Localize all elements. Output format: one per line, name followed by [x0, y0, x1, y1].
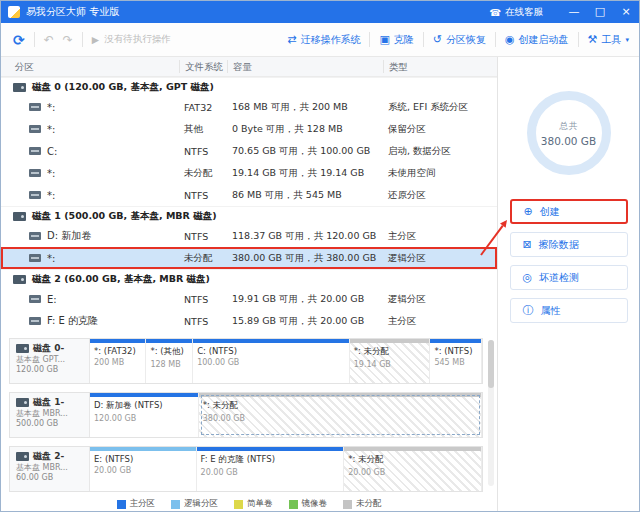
partition-block-label: *: 未分配: [344, 451, 481, 466]
disk-size: 500.00 GB: [16, 419, 86, 429]
create-button-label: 创建: [540, 205, 560, 219]
disk-name: 磁盘 2-: [33, 451, 64, 463]
partition-name: *:: [47, 168, 55, 179]
partition-block-size: 19.14 GB: [350, 358, 430, 369]
boot-disk-icon: ◉: [505, 33, 515, 46]
scrollbar[interactable]: [488, 340, 494, 486]
partition-icon: [29, 295, 41, 303]
partition-block[interactable]: *: 未分配380.00 GB: [199, 393, 482, 437]
partition-name: C:: [47, 146, 57, 157]
partition-block-label: *: (NTFS): [430, 343, 481, 356]
disk-group-header[interactable]: 磁盘 2 (60.00 GB, 基本盘, MBR 磁盘): [1, 269, 497, 288]
partition-type: 还原分区: [383, 189, 497, 202]
partition-row[interactable]: C:NTFS70.65 GB 可用，共 100.00 GB启动, 数据分区: [1, 140, 497, 162]
partition-cell: *:: [1, 168, 179, 179]
partition-block[interactable]: *: 未分配19.14 GB: [350, 339, 431, 383]
partition-row[interactable]: *:FAT32168 MB 可用，共 200 MB系统, EFI 系统分区: [1, 96, 497, 118]
play-icon: ▶: [92, 34, 99, 45]
partition-block-size: 200 MB: [90, 356, 145, 367]
undo-button[interactable]: ↶: [44, 33, 54, 47]
legend-label: 逻辑分区: [184, 498, 218, 510]
partition-block-label: F: E 的克隆 (NTFS): [197, 451, 344, 466]
partition-block-label: *: (FAT32): [90, 343, 145, 356]
partition-row[interactable]: *:未分配19.14 GB 可用，共 19.14 GB未使用空间: [1, 162, 497, 184]
disk-name: 磁盘 1-: [33, 397, 64, 409]
legend-label: 未分配: [356, 498, 382, 510]
disk-panel-label[interactable]: 磁盘 1-基本盘 MBR...500.00 GB: [10, 393, 90, 437]
partition-block[interactable]: *: 未分配20.00 GB: [344, 447, 482, 491]
toolbar-divider: [34, 32, 35, 47]
migrate-os-button[interactable]: ⇄ 迁移操作系统: [287, 33, 360, 47]
partition-icon: [29, 232, 41, 240]
toolbar-divider: [578, 32, 579, 47]
partition-icon: [29, 147, 41, 155]
legend-swatch: [117, 500, 126, 509]
partition-block[interactable]: F: E 的克隆 (NTFS)20.00 GB: [197, 447, 345, 491]
window-controls: — □ ×: [561, 1, 639, 23]
partition-block-label: *: 未分配: [350, 343, 430, 358]
pending-operations-button[interactable]: ▶ 没有待执行操作: [92, 33, 171, 46]
bad-sector-check-button[interactable]: ◎坏道检测: [510, 265, 628, 290]
erase-data-icon: ⊠: [523, 238, 532, 251]
partition-filesystem: 未分配: [179, 252, 227, 265]
partition-block-size: 20.00 GB: [197, 466, 344, 477]
column-header-partition: 分区: [1, 60, 179, 73]
headset-icon: ☎: [489, 7, 501, 18]
disk-panel-name: 磁盘 0-: [16, 343, 86, 355]
scrollbar-thumb[interactable]: [488, 340, 494, 388]
partition-row[interactable]: *:其他0 Byte 可用，共 128 MB保留分区: [1, 118, 497, 140]
partition-name: E:: [47, 294, 57, 305]
partition-capacity: 70.65 GB 可用，共 100.00 GB: [227, 145, 383, 158]
partition-block[interactable]: *: (NTFS)545 MB: [430, 339, 482, 383]
partition-capacity: 19.91 GB 可用，共 20.00 GB: [227, 293, 383, 306]
partition-block[interactable]: C: (NTFS)100.00 GB: [193, 339, 350, 383]
partition-row[interactable]: D: 新加卷NTFS118.37 GB 可用，共 120.00 GB主分区: [1, 225, 497, 247]
create-button[interactable]: ⊕创建: [510, 199, 628, 224]
total-label: 总共: [560, 120, 578, 133]
properties-button[interactable]: ⓘ属性: [510, 298, 628, 323]
partition-block-label: D: 新加卷 (NTFS): [90, 397, 198, 412]
partition-table: 磁盘 0 (120.00 GB, 基本盘, GPT 磁盘)*:FAT32168 …: [1, 77, 497, 332]
minimize-button[interactable]: —: [561, 1, 587, 23]
partition-capacity: 380.00 GB 可用，共 380.00 GB: [227, 252, 383, 265]
disk-panel-name: 磁盘 2-: [16, 451, 86, 463]
toolbar-divider: [423, 32, 424, 47]
maximize-button[interactable]: □: [587, 1, 613, 23]
erase-data-button[interactable]: ⊠擦除数据: [510, 232, 628, 257]
properties-button-label: 属性: [541, 304, 561, 318]
partition-block[interactable]: E: (NTFS)20.00 GB: [90, 447, 197, 491]
disk-panel-label[interactable]: 磁盘 0-基本盘 GPT...120.00 GB: [10, 339, 90, 383]
partition-name: D: 新加卷: [47, 229, 91, 243]
legend-item: 简单卷: [234, 498, 273, 510]
partition-name: *:: [47, 253, 55, 264]
tools-menu-button[interactable]: ⚒ 工具 ▾: [588, 33, 629, 47]
disk-group-header[interactable]: 磁盘 0 (120.00 GB, 基本盘, GPT 磁盘): [1, 77, 497, 96]
partition-block[interactable]: *: (FAT32)200 MB: [90, 339, 146, 383]
partition-block[interactable]: *: (其他)128 MB: [146, 339, 193, 383]
partition-cell: *:: [1, 124, 179, 135]
create-boot-disk-button[interactable]: ◉ 创建启动盘: [505, 33, 569, 47]
disk-kind: 基本盘 MBR...: [16, 409, 86, 419]
partition-type: 系统, EFI 系统分区: [383, 101, 497, 114]
online-service-button[interactable]: ☎ 在线客服: [489, 6, 543, 19]
clone-button[interactable]: ▣ 克隆: [379, 33, 413, 47]
create-boot-disk-label: 创建启动盘: [519, 33, 569, 47]
partition-block-size: 20.00 GB: [90, 464, 196, 475]
refresh-button[interactable]: ⟳: [13, 32, 25, 48]
close-button[interactable]: ×: [613, 1, 639, 23]
partition-row[interactable]: *:NTFS86 MB 可用，共 545 MB还原分区: [1, 184, 497, 206]
disk-group-header[interactable]: 磁盘 1 (500.00 GB, 基本盘, MBR 磁盘): [1, 206, 497, 225]
partition-block[interactable]: D: 新加卷 (NTFS)120.00 GB: [90, 393, 199, 437]
partition-type: 未使用空间: [383, 167, 497, 180]
partition-recovery-button[interactable]: ↺ 分区恢复: [433, 33, 486, 47]
bad-sector-check-button-label: 坏道检测: [539, 271, 579, 285]
partition-row[interactable]: *:未分配380.00 GB 可用，共 380.00 GB逻辑分区: [1, 247, 497, 269]
partition-icon: [29, 169, 41, 177]
disk-panel-label[interactable]: 磁盘 2-基本盘 MBR...60.00 GB: [10, 447, 90, 491]
legend-swatch: [343, 500, 352, 509]
redo-button[interactable]: ↷: [63, 33, 73, 47]
partition-row[interactable]: F: E 的克隆NTFS15.89 GB 可用，共 20.00 GB主分区: [1, 310, 497, 332]
partition-row[interactable]: E:NTFS19.91 GB 可用，共 20.00 GB逻辑分区: [1, 288, 497, 310]
partition-type: 保留分区: [383, 123, 497, 136]
legend-label: 主分区: [130, 498, 156, 510]
